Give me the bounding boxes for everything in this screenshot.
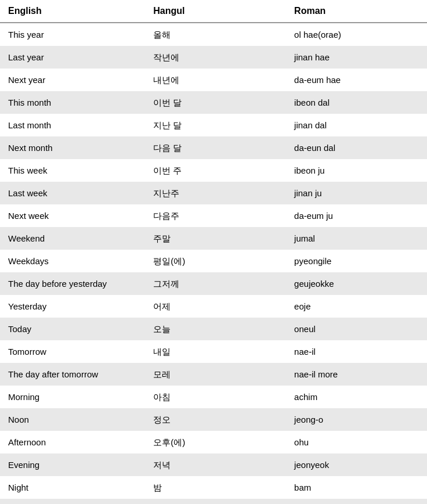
cell-roman: jajeong <box>286 499 427 504</box>
cell-roman: eoje <box>286 295 427 318</box>
table-row: Next week다음주da-eum ju <box>0 204 427 227</box>
cell-english: This month <box>0 91 145 114</box>
table-row: Last month지난 달jinan dal <box>0 114 427 136</box>
cell-roman: achim <box>286 386 427 408</box>
cell-hangul: 오늘 <box>145 318 286 340</box>
cell-roman: da-eum hae <box>286 69 427 91</box>
cell-roman: jinan hae <box>286 46 427 69</box>
table-row: This week이번 주ibeon ju <box>0 159 427 182</box>
cell-roman: jinan ju <box>286 182 427 204</box>
cell-english: The day after tomorrow <box>0 363 145 386</box>
table-row: Last week지난주jinan ju <box>0 182 427 204</box>
cell-hangul: 밤 <box>145 476 286 499</box>
cell-roman: geujeokke <box>286 272 427 295</box>
cell-hangul: 평일(에) <box>145 250 286 272</box>
cell-english: This year <box>0 23 145 46</box>
cell-english: This week <box>0 159 145 182</box>
cell-hangul: 주말 <box>145 227 286 250</box>
header-hangul: Hangul <box>145 0 286 23</box>
cell-english: Yesterday <box>0 295 145 318</box>
cell-roman: jeonyeok <box>286 453 427 476</box>
table-row: Yesterday어제eoje <box>0 295 427 318</box>
cell-roman: nae-il <box>286 340 427 363</box>
table-row: Evening저녁jeonyeok <box>0 453 427 476</box>
table-row: Today오늘oneul <box>0 318 427 340</box>
cell-hangul: 아침 <box>145 386 286 408</box>
cell-roman: jeong-o <box>286 408 427 431</box>
table-row: Morning아침achim <box>0 386 427 408</box>
cell-english: Morning <box>0 386 145 408</box>
cell-hangul: 저녁 <box>145 453 286 476</box>
cell-roman: jumal <box>286 227 427 250</box>
vocabulary-table-container: English Hangul Roman This year올해ol hae(o… <box>0 0 427 504</box>
cell-roman: nae-il more <box>286 363 427 386</box>
cell-english: The day before yesterday <box>0 272 145 295</box>
cell-english: Today <box>0 318 145 340</box>
cell-english: Next week <box>0 204 145 227</box>
cell-hangul: 그저께 <box>145 272 286 295</box>
table-row: This year올해ol hae(orae) <box>0 23 427 46</box>
table-row: Next month다음 달da-eun dal <box>0 136 427 159</box>
header-roman: Roman <box>286 0 427 23</box>
table-row: Next year내년에da-eum hae <box>0 69 427 91</box>
table-row: The day after tomorrow모레nae-il more <box>0 363 427 386</box>
cell-hangul: 올해 <box>145 23 286 46</box>
cell-roman: da-eun dal <box>286 136 427 159</box>
table-row: The day before yesterday그저께geujeokke <box>0 272 427 295</box>
cell-english: Last week <box>0 182 145 204</box>
cell-english: Noon <box>0 408 145 431</box>
cell-hangul: 모레 <box>145 363 286 386</box>
header-english: English <box>0 0 145 23</box>
table-row: Weekend주말jumal <box>0 227 427 250</box>
cell-roman: ibeon ju <box>286 159 427 182</box>
cell-roman: bam <box>286 476 427 499</box>
cell-hangul: 이번 주 <box>145 159 286 182</box>
cell-hangul: 다음 달 <box>145 136 286 159</box>
cell-roman: ibeon dal <box>286 91 427 114</box>
cell-roman: ol hae(orae) <box>286 23 427 46</box>
cell-hangul: 지난주 <box>145 182 286 204</box>
cell-roman: jinan dal <box>286 114 427 136</box>
cell-english: Midnight <box>0 499 145 504</box>
cell-hangul: 내년에 <box>145 69 286 91</box>
cell-hangul: 다음주 <box>145 204 286 227</box>
cell-roman: da-eum ju <box>286 204 427 227</box>
cell-hangul: 내일 <box>145 340 286 363</box>
cell-hangul: 자정 <box>145 499 286 504</box>
table-row: Afternoon오후(에)ohu <box>0 431 427 453</box>
table-row: Noon정오jeong-o <box>0 408 427 431</box>
cell-hangul: 어제 <box>145 295 286 318</box>
cell-roman: ohu <box>286 431 427 453</box>
cell-roman: oneul <box>286 318 427 340</box>
cell-english: Evening <box>0 453 145 476</box>
cell-english: Weekend <box>0 227 145 250</box>
cell-english: Night <box>0 476 145 499</box>
table-row: Tomorrow내일nae-il <box>0 340 427 363</box>
table-header-row: English Hangul Roman <box>0 0 427 23</box>
cell-hangul: 정오 <box>145 408 286 431</box>
cell-english: Next month <box>0 136 145 159</box>
table-row: Night밤bam <box>0 476 427 499</box>
cell-english: Next year <box>0 69 145 91</box>
cell-english: Weekdays <box>0 250 145 272</box>
table-row: Midnight자정jajeong <box>0 499 427 504</box>
cell-roman: pyeongile <box>286 250 427 272</box>
table-row: Last year작년에jinan hae <box>0 46 427 69</box>
cell-hangul: 오후(에) <box>145 431 286 453</box>
cell-english: Last year <box>0 46 145 69</box>
cell-english: Afternoon <box>0 431 145 453</box>
cell-english: Tomorrow <box>0 340 145 363</box>
cell-hangul: 지난 달 <box>145 114 286 136</box>
vocabulary-table: English Hangul Roman This year올해ol hae(o… <box>0 0 427 504</box>
cell-hangul: 이번 달 <box>145 91 286 114</box>
cell-hangul: 작년에 <box>145 46 286 69</box>
table-row: Weekdays평일(에)pyeongile <box>0 250 427 272</box>
cell-english: Last month <box>0 114 145 136</box>
table-row: This month이번 달ibeon dal <box>0 91 427 114</box>
